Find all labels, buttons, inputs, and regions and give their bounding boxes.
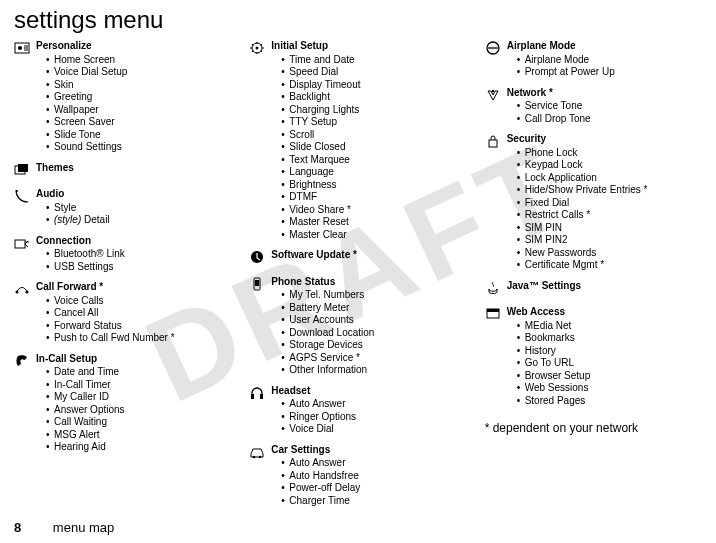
phone-status-icon — [249, 276, 271, 377]
menu-item: Wallpaper — [46, 104, 231, 117]
section-heading: Initial Setup — [271, 40, 466, 53]
italic-text: (style) — [54, 214, 81, 225]
section-body: Initial SetupTime and DateSpeed DialDisp… — [271, 40, 466, 241]
section-items: Time and DateSpeed DialDisplay TimeoutBa… — [271, 54, 466, 242]
section-items: Bluetooth® LinkUSB Settings — [36, 248, 231, 273]
menu-section: Initial SetupTime and DateSpeed DialDisp… — [249, 40, 466, 241]
svg-point-7 — [26, 291, 29, 294]
footer-label: menu map — [53, 520, 114, 535]
menu-section: Network *Service ToneCall Drop Tone — [485, 87, 702, 126]
menu-item: Fixed Dial — [517, 197, 702, 210]
menu-item: Slide Tone — [46, 129, 231, 142]
svg-rect-5 — [15, 240, 25, 248]
svg-point-6 — [16, 291, 19, 294]
airplane-icon — [485, 40, 507, 79]
menu-item: Master Reset — [281, 216, 466, 229]
menu-item: Text Marquee — [281, 154, 466, 167]
menu-item: Call Drop Tone — [517, 113, 702, 126]
network-icon — [485, 87, 507, 126]
menu-section: SecurityPhone LockKeypad LockLock Applic… — [485, 133, 702, 272]
svg-point-4 — [16, 190, 18, 192]
section-heading: Network * — [507, 87, 702, 100]
section-body: Web AccessMEdia NetBookmarksHistoryGo To… — [507, 306, 702, 407]
page-title: settings menu — [0, 0, 716, 40]
menu-section: PersonalizeHome ScreenVoice Dial SetupSk… — [14, 40, 231, 154]
section-body: Phone StatusMy Tel. NumbersBattery Meter… — [271, 276, 466, 377]
menu-item: Answer Options — [46, 404, 231, 417]
menu-section: Themes — [14, 162, 231, 181]
section-heading: Java™ Settings — [507, 280, 702, 293]
menu-item: Backlight — [281, 91, 466, 104]
section-items: My Tel. NumbersBattery MeterUser Account… — [271, 289, 466, 377]
menu-item: In-Call Timer — [46, 379, 231, 392]
menu-item: Airplane Mode — [517, 54, 702, 67]
section-body: Call Forward *Voice CallsCancel AllForwa… — [36, 281, 231, 345]
svg-point-1 — [18, 46, 22, 50]
menu-item: Voice Dial — [281, 423, 466, 436]
initial-setup-icon — [249, 40, 271, 241]
section-heading: Themes — [36, 162, 231, 175]
menu-section: In-Call SetupDate and TimeIn-Call TimerM… — [14, 353, 231, 454]
menu-item: Charging Lights — [281, 104, 466, 117]
menu-item: Call Waiting — [46, 416, 231, 429]
section-body: PersonalizeHome ScreenVoice Dial SetupSk… — [36, 40, 231, 154]
svg-rect-12 — [255, 280, 259, 286]
java-icon — [485, 280, 507, 299]
menu-item: Brightness — [281, 179, 466, 192]
audio-icon — [14, 188, 36, 227]
menu-item: Battery Meter — [281, 302, 466, 315]
menu-item: Power-off Delay — [281, 482, 466, 495]
menu-item: Scroll — [281, 129, 466, 142]
menu-item: DTMF — [281, 191, 466, 204]
menu-item: Go To URL — [517, 357, 702, 370]
menu-section: Car SettingsAuto AnswerAuto HandsfreePow… — [249, 444, 466, 508]
menu-item: (style) Detail — [46, 214, 231, 227]
headset-icon — [249, 385, 271, 436]
menu-item: Date and Time — [46, 366, 231, 379]
web-icon — [485, 306, 507, 407]
security-icon — [485, 133, 507, 272]
menu-item: MSG Alert — [46, 429, 231, 442]
menu-item: Lock Application — [517, 172, 702, 185]
menu-item: Browser Setup — [517, 370, 702, 383]
menu-item: MEdia Net — [517, 320, 702, 333]
section-body: Car SettingsAuto AnswerAuto HandsfreePow… — [271, 444, 466, 508]
column: PersonalizeHome ScreenVoice Dial SetupSk… — [14, 40, 231, 515]
menu-item: Charger Time — [281, 495, 466, 508]
section-items: Airplane ModePrompt at Power Up — [507, 54, 702, 79]
menu-item: Sound Settings — [46, 141, 231, 154]
incall-icon — [14, 353, 36, 454]
menu-item: Bluetooth® Link — [46, 248, 231, 261]
menu-item: Keypad Lock — [517, 159, 702, 172]
menu-section: Phone StatusMy Tel. NumbersBattery Meter… — [249, 276, 466, 377]
menu-section: Java™ Settings — [485, 280, 702, 299]
section-body: Network *Service ToneCall Drop Tone — [507, 87, 702, 126]
menu-item: Display Timeout — [281, 79, 466, 92]
section-items: Phone LockKeypad LockLock ApplicationHid… — [507, 147, 702, 272]
menu-item: Speed Dial — [281, 66, 466, 79]
svg-point-16 — [259, 455, 262, 458]
menu-item: Language — [281, 166, 466, 179]
section-body: HeadsetAuto AnswerRinger OptionsVoice Di… — [271, 385, 466, 436]
section-items: Home ScreenVoice Dial SetupSkinGreetingW… — [36, 54, 231, 154]
section-heading: Car Settings — [271, 444, 466, 457]
menu-item: Hide/Show Private Entries * — [517, 184, 702, 197]
menu-item: AGPS Service * — [281, 352, 466, 365]
menu-item: SIM PIN — [517, 222, 702, 235]
menu-item: Ringer Options — [281, 411, 466, 424]
menu-section: Web AccessMEdia NetBookmarksHistoryGo To… — [485, 306, 702, 407]
menu-item: Download Location — [281, 327, 466, 340]
section-heading: Airplane Mode — [507, 40, 702, 53]
menu-item: Push to Call Fwd Number * — [46, 332, 231, 345]
menu-item: USB Settings — [46, 261, 231, 274]
section-heading: Call Forward * — [36, 281, 231, 294]
menu-item: Skin — [46, 79, 231, 92]
themes-icon — [14, 162, 36, 181]
menu-item: Bookmarks — [517, 332, 702, 345]
menu-item: Cancel All — [46, 307, 231, 320]
section-items: MEdia NetBookmarksHistoryGo To URLBrowse… — [507, 320, 702, 408]
menu-item: Phone Lock — [517, 147, 702, 160]
section-heading: Personalize — [36, 40, 231, 53]
svg-point-15 — [253, 455, 256, 458]
section-heading: Phone Status — [271, 276, 466, 289]
